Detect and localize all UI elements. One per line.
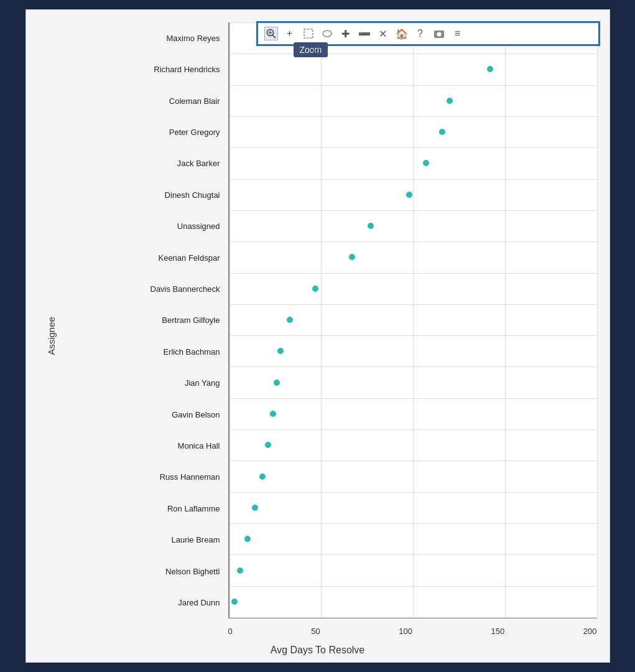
grid-line-horizontal (229, 460, 597, 461)
grid-line-horizontal (229, 241, 597, 242)
data-dot (274, 380, 280, 386)
x-tick-label: 0 (228, 627, 233, 636)
x-axis-title: Avg Days To Resolve (26, 645, 610, 656)
chart-container: + ✚ ➖ ✕ 🏠 ? ≡ Zoom ☞ Assignee (25, 9, 610, 663)
data-dot (447, 98, 453, 104)
y-label: Maximo Reyes (63, 34, 225, 42)
y-label: Erlich Bachman (63, 348, 225, 356)
data-dot (252, 505, 258, 511)
add-icon[interactable]: + (283, 27, 297, 40)
select-icon[interactable] (302, 27, 315, 40)
y-label: Unassigned (63, 222, 225, 230)
data-dot (439, 129, 445, 135)
cross-icon[interactable]: ✕ (376, 27, 390, 40)
grid-line-horizontal (229, 335, 597, 336)
y-label: Peter Gregory (63, 128, 225, 136)
grid-line-vertical (413, 22, 414, 617)
y-label: Jian Yang (63, 379, 225, 387)
grid-line-horizontal (229, 554, 597, 555)
grid-line-horizontal (229, 366, 597, 367)
data-dot (423, 160, 429, 166)
menu-icon[interactable]: ≡ (451, 27, 465, 40)
grid-line-horizontal (229, 586, 597, 587)
x-tick-label: 100 (399, 627, 412, 636)
data-dot (368, 223, 374, 229)
grid-line-vertical (597, 22, 598, 617)
grid-line-horizontal (229, 116, 597, 117)
grid-line-horizontal (229, 429, 597, 430)
grid-line-vertical (321, 22, 322, 617)
svg-rect-4 (304, 29, 313, 38)
data-dot (265, 442, 271, 448)
x-tick-label: 50 (311, 627, 320, 636)
lasso-icon[interactable] (320, 27, 334, 40)
svg-line-1 (272, 35, 276, 39)
grid-line-vertical (229, 22, 230, 617)
y-label: Coleman Blair (63, 97, 225, 105)
y-label: Jack Barker (63, 159, 225, 167)
y-label: Keenan Feldspar (63, 254, 225, 262)
grid-line-horizontal (229, 304, 597, 305)
y-label: Dinesh Chugtai (63, 191, 225, 199)
y-label: Richard Hendricks (63, 65, 225, 73)
data-dot (487, 66, 493, 72)
y-label: Bertram Gilfoyle (63, 316, 225, 324)
grid-line-horizontal (229, 398, 597, 399)
y-label: Russ Hanneman (63, 473, 225, 481)
data-dot (231, 599, 238, 605)
y-label: Jared Dunn (63, 599, 225, 607)
y-label: Nelson Bighetti (63, 567, 225, 576)
home-icon[interactable]: 🏠 (395, 27, 409, 40)
data-dot (349, 254, 355, 260)
help-icon[interactable]: ? (414, 27, 427, 40)
camera-icon[interactable] (432, 27, 446, 40)
y-labels: Maximo ReyesRichard HendricksColeman Bla… (63, 22, 225, 618)
grid-line-horizontal (229, 617, 597, 618)
data-dot (270, 411, 276, 417)
crosshair-icon[interactable]: ✚ (339, 27, 353, 40)
data-dot (259, 474, 266, 480)
data-dot (287, 317, 293, 323)
y-label: Laurie Bream (63, 536, 225, 544)
svg-point-5 (323, 30, 331, 37)
zoom-icon[interactable] (264, 27, 278, 40)
data-dot (244, 536, 251, 542)
grid-line-horizontal (229, 85, 597, 86)
grid-line-horizontal (229, 147, 597, 148)
grid-line-horizontal (229, 492, 597, 493)
data-dot (406, 192, 412, 198)
grid-line-horizontal (229, 273, 597, 274)
minus-icon[interactable]: ➖ (358, 27, 371, 40)
cursor-icon: ☞ (309, 44, 322, 60)
grid-line-vertical (505, 22, 506, 617)
y-label: Ron Laflamme (63, 505, 225, 513)
x-tick-label: 150 (491, 627, 505, 636)
y-label: Monica Hall (63, 442, 225, 450)
svg-point-7 (437, 32, 441, 37)
grid-line-horizontal (229, 210, 597, 211)
y-label: Gavin Belson (63, 411, 225, 419)
data-dot (237, 567, 243, 574)
grid-line-horizontal (229, 179, 597, 180)
x-axis-labels: 050100150200 (228, 627, 597, 636)
plot-area (228, 22, 597, 618)
y-axis-label: Assignee (46, 317, 57, 355)
grid-line-horizontal (229, 54, 597, 54)
grid-line-horizontal (229, 523, 597, 524)
y-label: Davis Bannercheck (63, 285, 225, 293)
data-dot (277, 348, 284, 354)
data-dot (312, 286, 318, 292)
x-tick-label: 200 (583, 627, 597, 636)
